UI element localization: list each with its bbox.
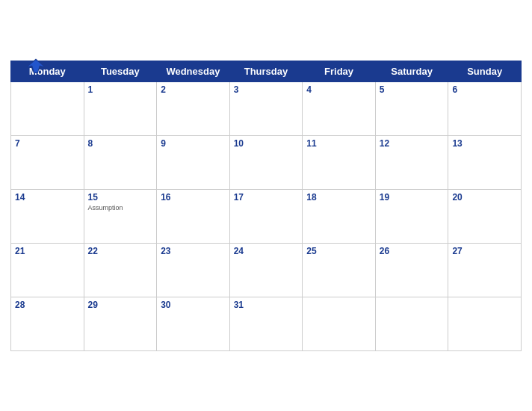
- day-number: 17: [234, 192, 299, 203]
- calendar-day-cell: 30: [157, 297, 230, 350]
- day-number: 9: [161, 138, 226, 149]
- calendar-day-cell: 17: [229, 189, 303, 243]
- calendar-day-cell: 9: [157, 135, 230, 189]
- weekday-header-cell: Wednesday: [157, 61, 230, 81]
- calendar-wrapper: MondayTuesdayWednesdayThursdayFridaySatu…: [0, 50, 532, 362]
- calendar-day-cell: 1: [84, 81, 157, 135]
- calendar-day-cell: 23: [157, 243, 230, 297]
- calendar-day-cell: [11, 81, 84, 135]
- weekday-header-cell: Sunday: [448, 61, 522, 81]
- day-number: 28: [15, 300, 80, 310]
- weekday-header-cell: Thursday: [229, 61, 303, 81]
- day-number: 12: [380, 138, 445, 149]
- weekday-header-row: MondayTuesdayWednesdayThursdayFridaySatu…: [11, 61, 522, 81]
- calendar-thead: MondayTuesdayWednesdayThursdayFridaySatu…: [11, 61, 522, 81]
- day-number: 18: [306, 192, 371, 203]
- calendar-day-cell: 15Assumption: [84, 189, 157, 243]
- calendar-day-cell: 16: [157, 189, 230, 243]
- calendar-day-cell: 20: [448, 189, 522, 243]
- day-number: 6: [452, 84, 517, 95]
- calendar-day-cell: 7: [11, 135, 84, 189]
- day-number: 22: [88, 246, 153, 256]
- day-number: 30: [161, 300, 226, 310]
- day-number: 31: [234, 300, 299, 310]
- calendar-week-row: 28293031: [11, 297, 522, 350]
- calendar-week-row: 21222324252627: [11, 243, 522, 297]
- calendar-day-cell: 4: [303, 81, 376, 135]
- calendar-day-cell: 26: [375, 243, 448, 297]
- logo-container: [25, 58, 49, 75]
- day-number: 20: [452, 192, 517, 203]
- day-number: 8: [88, 138, 153, 149]
- day-number: 16: [161, 192, 226, 203]
- calendar-day-cell: 18: [303, 189, 376, 243]
- calendar-tbody: 123456789101112131415Assumption161718192…: [11, 81, 522, 350]
- calendar-day-cell: 8: [84, 135, 157, 189]
- calendar-day-cell: [303, 297, 376, 350]
- calendar-day-cell: 2: [157, 81, 230, 135]
- day-number: 26: [380, 246, 445, 256]
- calendar-day-cell: 12: [375, 135, 448, 189]
- calendar-day-cell: 24: [229, 243, 303, 297]
- day-number: 1: [88, 84, 153, 95]
- day-number: 27: [452, 246, 517, 256]
- calendar-day-cell: 5: [375, 81, 448, 135]
- calendar-day-cell: 11: [303, 135, 376, 189]
- calendar-day-cell: [375, 297, 448, 350]
- calendar-day-cell: 3: [229, 81, 303, 135]
- day-number: 14: [15, 192, 80, 203]
- calendar-day-cell: 31: [229, 297, 303, 350]
- weekday-header-cell: Saturday: [375, 61, 448, 81]
- day-number: 21: [15, 246, 80, 256]
- day-number: 3: [234, 84, 299, 95]
- day-number: 10: [234, 138, 299, 149]
- calendar-day-cell: 10: [229, 135, 303, 189]
- logo-area: [10, 58, 63, 75]
- day-number: 5: [380, 84, 445, 95]
- day-number: 4: [306, 84, 371, 95]
- holiday-label: Assumption: [88, 204, 153, 212]
- calendar-table: MondayTuesdayWednesdayThursdayFridaySatu…: [10, 61, 522, 351]
- day-number: 15: [88, 192, 153, 203]
- calendar-week-row: 78910111213: [11, 135, 522, 189]
- calendar-day-cell: 19: [375, 189, 448, 243]
- calendar-day-cell: 25: [303, 243, 376, 297]
- calendar-day-cell: 14: [11, 189, 84, 243]
- calendar-day-cell: [448, 297, 522, 350]
- weekday-header-cell: Tuesday: [84, 61, 157, 81]
- day-number: 29: [88, 300, 153, 310]
- calendar-day-cell: 29: [84, 297, 157, 350]
- weekday-header-cell: Friday: [303, 61, 376, 81]
- day-number: 23: [161, 246, 226, 256]
- calendar-week-row: 123456: [11, 81, 522, 135]
- calendar-week-row: 1415Assumption1617181920: [11, 189, 522, 243]
- day-number: 11: [306, 138, 371, 149]
- calendar-day-cell: 28: [11, 297, 84, 350]
- day-number: 24: [234, 246, 299, 256]
- calendar-day-cell: 22: [84, 243, 157, 297]
- day-number: 25: [306, 246, 371, 256]
- day-number: 19: [380, 192, 445, 203]
- day-number: 7: [15, 138, 80, 149]
- day-number: 13: [452, 138, 517, 149]
- calendar-day-cell: 27: [448, 243, 522, 297]
- calendar-day-cell: 6: [448, 81, 522, 135]
- calendar-day-cell: 21: [11, 243, 84, 297]
- logo-icon: [25, 58, 46, 75]
- calendar-day-cell: 13: [448, 135, 522, 189]
- day-number: 2: [161, 84, 226, 95]
